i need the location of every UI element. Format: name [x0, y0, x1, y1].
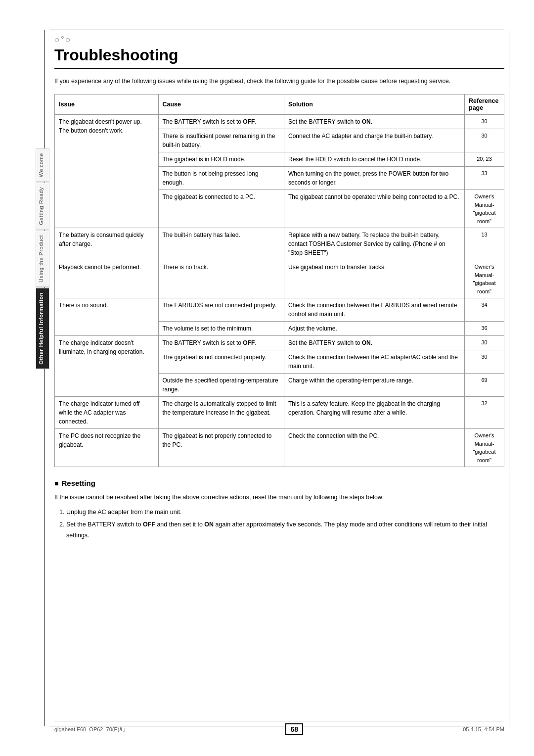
solution-cell: Check the connection with the PC.: [284, 429, 465, 467]
col-header-issue: Issue: [55, 94, 159, 115]
main-content: ○°○ Troubleshooting If you experience an…: [54, 35, 504, 582]
cause-cell: The volume is set to the minimum.: [158, 322, 284, 336]
sidebar-tab-getting-ready[interactable]: Getting Ready: [36, 183, 49, 230]
ref-cell: Owner's Manual-"gigabeat room": [465, 190, 504, 228]
sidebar-tab-welcome[interactable]: Welcome: [36, 148, 49, 182]
ref-cell: 30: [465, 350, 504, 374]
resetting-step-1: Unplug the AC adapter from the main unit…: [66, 507, 504, 518]
issue-cell: Playback cannot be performed.: [55, 260, 159, 298]
cause-cell: There is no track.: [158, 260, 284, 298]
cause-cell: The built-in battery has failed.: [158, 228, 284, 260]
table-row: There is no sound. The EARBUDS are not c…: [55, 298, 504, 322]
ref-cell: 30: [465, 115, 504, 129]
intro-paragraph: If you experience any of the following i…: [54, 76, 504, 86]
cause-cell: The gigabeat is in HOLD mode.: [158, 152, 284, 167]
col-header-solution: Solution: [284, 94, 465, 115]
table-row: Playback cannot be performed. There is n…: [55, 260, 504, 298]
cause-cell: Outside the specified operating-temperat…: [158, 374, 284, 397]
ref-cell: 34: [465, 298, 504, 322]
solution-cell: The gigabeat cannot be operated while be…: [284, 190, 465, 228]
table-row: The gigabeat doesn't power up.The button…: [55, 115, 504, 129]
table-row: The charge indicator doesn't illuminate,…: [55, 336, 504, 350]
page-title: Troubleshooting: [54, 46, 504, 69]
footer-filename: gigabeat F60_OP62_70(E)â,¡: [54, 726, 126, 732]
resetting-steps-list: Unplug the AC adapter from the main unit…: [54, 507, 504, 541]
troubleshooting-table: Issue Cause Solution Referencepage The g…: [54, 94, 504, 467]
table-row: The PC does not recognize the gigabeat. …: [55, 429, 504, 467]
cause-cell: The gigabeat is not connected properly.: [158, 350, 284, 374]
ref-cell: 32: [465, 397, 504, 429]
issue-cell: The PC does not recognize the gigabeat.: [55, 429, 159, 467]
issue-cell: The charge indicator doesn't illuminate,…: [55, 336, 159, 397]
sidebar: Welcome Getting Ready Using the Product …: [0, 0, 49, 756]
table-row: The battery is consumed quickly after ch…: [55, 228, 504, 260]
ref-cell: 20, 23: [465, 152, 504, 167]
cause-cell: The button is not being pressed long eno…: [158, 167, 284, 190]
solution-cell: Charge within the operating-temperature …: [284, 374, 465, 397]
col-header-ref: Referencepage: [465, 94, 504, 115]
resetting-intro: If the issue cannot be resolved after ta…: [54, 492, 504, 502]
resetting-section: Resetting If the issue cannot be resolve…: [54, 479, 504, 541]
ref-cell: 13: [465, 228, 504, 260]
issue-cell: The charge indicator turned off while th…: [55, 397, 159, 429]
footer-page-number: 68: [285, 723, 303, 735]
cause-cell: The charge is automatically stopped to l…: [158, 397, 284, 429]
solution-cell: Reset the HOLD switch to cancel the HOLD…: [284, 152, 465, 167]
col-header-cause: Cause: [158, 94, 284, 115]
table-row: The charge indicator turned off while th…: [55, 397, 504, 429]
ref-cell: 69: [465, 374, 504, 397]
page-border-top: [49, 30, 504, 30]
solution-cell: When turning on the power, press the POW…: [284, 167, 465, 190]
solution-cell: Use gigabeat room to transfer tracks.: [284, 260, 465, 298]
solution-cell: Set the BATTERY switch to ON.: [284, 115, 465, 129]
ref-cell: 33: [465, 167, 504, 190]
cause-cell: The gigabeat is not properly connected t…: [158, 429, 284, 467]
cause-cell: The BATTERY switch is set to OFF.: [158, 115, 284, 129]
sidebar-tabs-container: Welcome Getting Ready Using the Product …: [36, 148, 49, 370]
cause-cell: The gigabeat is connected to a PC.: [158, 190, 284, 228]
cause-cell: The EARBUDS are not connected properly.: [158, 298, 284, 322]
solution-cell: Replace with a new battery. To replace t…: [284, 228, 465, 260]
resetting-step-2: Set the BATTERY switch to OFF and then s…: [66, 520, 504, 541]
solution-cell: Check the connection between the EARBUDS…: [284, 298, 465, 322]
footer: gigabeat F60_OP62_70(E)â,¡ 68 05.4.15, 4…: [54, 721, 504, 735]
page-decorative-dots: ○°○: [54, 35, 504, 45]
issue-cell: The battery is consumed quickly after ch…: [55, 228, 159, 260]
issue-cell: There is no sound.: [55, 298, 159, 336]
margin-line-right: [509, 30, 509, 726]
ref-cell: 30: [465, 336, 504, 350]
solution-cell: This is a safety feature. Keep the gigab…: [284, 397, 465, 429]
ref-cell: 30: [465, 129, 504, 152]
solution-cell: Check the connection between the AC adap…: [284, 350, 465, 374]
cause-cell: There is insufficient power remaining in…: [158, 129, 284, 152]
resetting-title: Resetting: [54, 479, 504, 487]
solution-cell: Set the BATTERY switch to ON.: [284, 336, 465, 350]
sidebar-tab-using-product[interactable]: Using the Product: [36, 231, 49, 287]
solution-cell: Connect the AC adapter and charge the bu…: [284, 129, 465, 152]
footer-timestamp: 05.4.15, 4:54 PM: [463, 726, 504, 732]
ref-cell: Owner's Manual-"gigabeat room": [465, 429, 504, 467]
sidebar-tab-other-info[interactable]: Other Helpful Information: [36, 288, 49, 369]
issue-cell: The gigabeat doesn't power up.The button…: [55, 115, 159, 228]
ref-cell: 36: [465, 322, 504, 336]
cause-cell: The BATTERY switch is set to OFF.: [158, 336, 284, 350]
ref-cell: Owner's Manual-"gigabeat room": [465, 260, 504, 298]
solution-cell: Adjust the volume.: [284, 322, 465, 336]
